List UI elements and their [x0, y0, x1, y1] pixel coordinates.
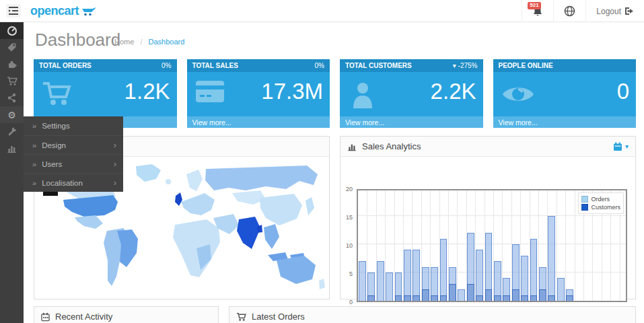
chevron-right-icon: › — [114, 140, 116, 150]
gridline — [575, 190, 575, 301]
wrench-icon — [7, 127, 17, 137]
submenu-item-users[interactable]: »Users› — [24, 154, 123, 173]
bar-chart-icon — [347, 142, 357, 151]
sidebar-item-tools[interactable] — [0, 123, 24, 140]
orders-bar — [521, 256, 528, 301]
tile-header: TOTAL ORDERS 0% — [34, 59, 177, 72]
panel-title: Latest Orders — [252, 312, 305, 322]
submenu-item-label: Settings — [42, 122, 116, 130]
customers-bar — [566, 295, 573, 301]
tile-delta: 0% — [162, 62, 171, 69]
eye-icon — [501, 83, 535, 106]
tile-body: 2.2K — [340, 72, 483, 116]
submenu-item-label: Users — [42, 160, 114, 168]
bar-chart-icon — [7, 143, 17, 153]
tile-value: 0 — [617, 79, 629, 104]
logo-text: opencart — [30, 4, 79, 18]
sign-out-icon — [624, 7, 634, 15]
customers-bar — [404, 295, 411, 301]
opencart-logo[interactable]: opencart — [30, 4, 98, 18]
sidebar-item-sales[interactable] — [0, 73, 24, 89]
sidebar-item-marketing[interactable] — [0, 89, 24, 106]
tile-body: 1.2K — [34, 72, 177, 116]
person-icon — [348, 80, 378, 110]
tile-total-sales: TOTAL SALES 0% 17.3M View more... — [187, 59, 330, 128]
globe-icon — [564, 5, 575, 17]
sales-analytics-header: Sales Analytics ▾ — [341, 137, 635, 157]
legend-label: Customers — [591, 204, 620, 211]
tile-people-online: PEOPLE ONLINE 0 View more... — [493, 59, 637, 128]
breadcrumb: Home / Dashboard — [114, 38, 184, 46]
tile-value: 17.3M — [261, 79, 323, 104]
sidebar-item-catalog[interactable] — [0, 39, 24, 56]
orders-bar — [557, 278, 565, 301]
sidebar-item-dashboard[interactable] — [0, 22, 24, 39]
submenu-item-localisation[interactable]: »Localisation› — [24, 173, 123, 192]
orders-bar — [386, 273, 393, 301]
recent-activity-panel: Recent Activity — [34, 306, 219, 323]
y-tick-label: 15 — [339, 214, 353, 221]
date-range-dropdown[interactable]: ▾ — [613, 142, 629, 151]
gridline — [565, 190, 566, 301]
submenu-item-settings[interactable]: »Settings — [24, 116, 123, 135]
tile-title: TOTAL SALES — [192, 62, 238, 69]
latest-orders-header: Latest Orders — [229, 307, 635, 323]
sidebar-item-extensions[interactable] — [0, 56, 24, 73]
logout-label: Logout — [596, 7, 621, 16]
legend-swatch — [581, 204, 588, 211]
orders-bar — [530, 239, 538, 301]
customers-bar — [548, 295, 555, 301]
view-more-link[interactable]: View more... — [340, 116, 483, 128]
opencart-cart-icon — [81, 7, 98, 16]
customers-bar — [422, 289, 429, 301]
alerts-button[interactable]: 521 — [522, 0, 553, 22]
orders-bar — [548, 216, 555, 301]
sidebar-nav: ⚙ — [0, 22, 24, 323]
breadcrumb-separator: / — [140, 38, 142, 46]
customers-bar — [449, 284, 456, 301]
chevron-right-icon: › — [114, 178, 116, 188]
double-angle-icon: » — [32, 160, 36, 168]
tile-header: TOTAL SALES 0% — [187, 59, 330, 72]
tile-header: PEOPLE ONLINE — [493, 59, 637, 72]
credit-card-icon — [195, 80, 225, 103]
customers-bar — [395, 295, 402, 301]
cart-icon — [42, 80, 73, 108]
customers-bar — [521, 295, 528, 301]
sidebar-item-system[interactable]: ⚙ — [0, 106, 24, 123]
submenu-item-design[interactable]: »Design› — [24, 135, 123, 154]
chart-plot-area: OrdersCustomers — [357, 189, 627, 302]
view-more-link[interactable]: View more... — [187, 116, 330, 128]
gauge-icon — [7, 26, 17, 36]
tile-header: TOTAL CUSTOMERS ▾ -275% — [340, 59, 483, 72]
system-submenu: »Settings»Design›»Users›»Localisation› — [24, 116, 123, 192]
customers-bar — [467, 284, 474, 301]
customers-bar — [512, 289, 520, 301]
caret-down-icon: ▾ — [625, 143, 629, 150]
latest-orders-panel: Latest Orders — [229, 306, 636, 323]
orders-bar — [377, 261, 384, 301]
y-tick-label: 10 — [339, 242, 353, 249]
breadcrumb-current-link[interactable]: Dashboard — [149, 38, 185, 46]
sidebar-item-reports[interactable] — [0, 140, 24, 157]
gridline — [457, 190, 458, 301]
view-more-link[interactable]: View more... — [493, 116, 637, 128]
sidebar-toggle-button[interactable] — [6, 4, 21, 17]
y-tick-label: 20 — [339, 186, 353, 192]
customers-bar — [503, 295, 510, 301]
logout-button[interactable]: Logout — [585, 0, 644, 22]
customers-bar — [367, 295, 375, 301]
breadcrumb-home-link[interactable]: Home — [114, 38, 134, 46]
stores-button[interactable] — [553, 0, 585, 22]
customers-bar — [476, 295, 483, 301]
customers-bar — [539, 289, 546, 301]
sales-analytics-chart: OrdersCustomers 05101520 010203040506070… — [341, 157, 635, 299]
calendar-icon — [41, 312, 50, 322]
chevron-right-icon: › — [114, 159, 116, 169]
tile-title: TOTAL CUSTOMERS — [345, 62, 412, 69]
orders-bar — [440, 239, 448, 301]
y-tick-label: 5 — [339, 271, 353, 277]
tile-value: 1.2K — [124, 79, 170, 104]
y-tick-label: 0 — [339, 299, 353, 306]
gridline — [358, 215, 626, 216]
